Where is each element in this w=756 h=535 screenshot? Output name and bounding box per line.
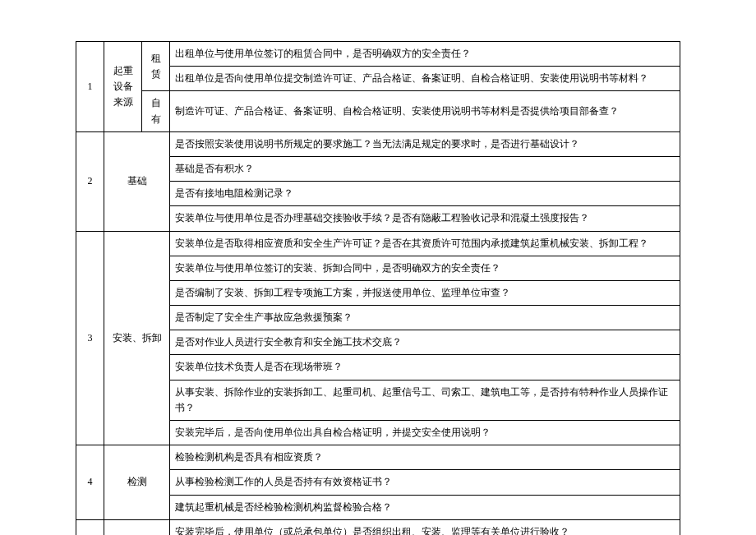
check-item: 安装单位与使用单位是否办理基础交接验收手续？是否有隐蔽工程验收记录和混凝土强度报… [170,206,680,231]
row-number: 4 [76,445,104,520]
check-item: 是否按照安装使用说明书所规定的要求施工？当无法满足规定的要求时，是否进行基础设计… [170,131,680,156]
check-item: 建筑起重机械是否经检验检测机构监督检验合格？ [170,495,680,519]
row-number: 3 [76,231,104,445]
check-item: 是否有接地电阻检测记录？ [170,182,680,206]
check-item: 安装完毕后，是否向使用单位出具自检合格证明，并提交安全使用说明？ [170,421,680,445]
row-number: 1 [76,42,104,132]
check-item: 安装单位是否取得相应资质和安全生产许可证？是否在其资质许可范围内承揽建筑起重机械… [170,231,680,256]
check-item: 从事检验检测工作的人员是否持有有效资格证书？ [170,470,680,495]
check-item: 安装单位技术负责人是否在现场带班？ [170,355,680,380]
row-subcategory: 租赁 [142,42,170,91]
row-category: 安装、拆卸 [104,231,170,445]
row-category: 验收、备案 [104,519,170,535]
check-item: 出租单位是否向使用单位提交制造许可证、产品合格证、备案证明、自检合格证明、安装使… [170,67,680,91]
check-item: 安装单位与使用单位签订的安装、拆卸合同中，是否明确双方的安全责任？ [170,256,680,280]
row-category: 起重设备来源 [104,42,142,132]
check-item: 是否编制了安装、拆卸工程专项施工方案，并报送使用单位、监理单位审查？ [170,280,680,305]
check-item: 基础是否有积水？ [170,156,680,181]
check-item: 是否对作业人员进行安全教育和安全施工技术交底？ [170,330,680,355]
check-item: 安装完毕后，使用单位（或总承包单位）是否组织出租、安装、监理等有关单位进行验收？ [170,519,680,535]
check-item: 从事安装、拆除作业的安装拆卸工、起重司机、起重信号工、司索工、建筑电工等，是否持… [170,380,680,420]
check-item: 是否制定了安全生产事故应急救援预案？ [170,306,680,330]
check-item: 检验检测机构是否具有相应资质？ [170,445,680,470]
row-category: 检测 [104,445,170,520]
check-item: 出租单位与使用单位签订的租赁合同中，是否明确双方的安全责任？ [170,42,680,67]
row-category: 基础 [104,131,170,231]
check-item: 制造许可证、产品合格证、备案证明、自检合格证明、安装使用说明书等材料是否提供给项… [170,91,680,131]
row-number: 5 [76,519,104,535]
inspection-table: 1 起重设备来源 租赁 出租单位与使用单位签订的租赁合同中，是否明确双方的安全责… [76,41,680,535]
row-subcategory: 自有 [142,91,170,131]
row-number: 2 [76,131,104,231]
